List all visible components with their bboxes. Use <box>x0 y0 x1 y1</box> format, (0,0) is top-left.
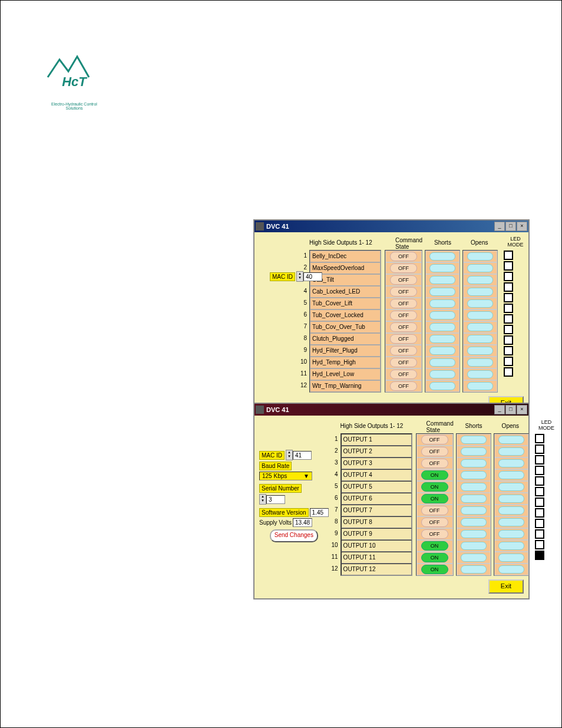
led-mode-indicator[interactable] <box>535 466 544 475</box>
output-name[interactable]: Tub_Cover_Locked <box>310 309 381 321</box>
led-mode-indicator[interactable] <box>535 476 544 486</box>
output-name[interactable]: OUTPUT 8 <box>341 516 412 528</box>
maximize-button[interactable]: □ <box>505 405 516 414</box>
output-name[interactable]: Hyd_Filter_Plugd <box>310 345 381 357</box>
maximize-button[interactable]: □ <box>505 222 516 231</box>
command-state-pill[interactable]: ON <box>421 565 448 574</box>
output-name[interactable]: OUTPUT 5 <box>341 481 412 493</box>
command-state-pill[interactable]: OFF <box>390 287 417 297</box>
output-name[interactable]: OUTPUT 10 <box>341 540 412 552</box>
command-state-pill[interactable]: OFF <box>390 299 417 308</box>
software-version-label: Software Version <box>259 508 309 517</box>
command-state-pill[interactable]: ON <box>421 553 448 562</box>
led-mode-indicator[interactable] <box>504 272 513 281</box>
led-mode-indicator[interactable] <box>535 487 544 496</box>
led-mode-indicator[interactable] <box>535 498 544 507</box>
row-number: 4 <box>329 469 340 480</box>
shorts-indicator <box>461 530 487 538</box>
command-state-pill[interactable]: OFF <box>390 275 417 285</box>
output-name[interactable]: OUTPUT 2 <box>341 446 412 457</box>
command-state-pill[interactable]: OFF <box>421 447 448 456</box>
minimize-button[interactable]: _ <box>494 222 505 231</box>
shorts-indicator <box>429 335 455 343</box>
output-name[interactable]: OUTPUT 6 <box>341 493 412 505</box>
led-mode-indicator[interactable] <box>504 251 513 260</box>
command-state-pill[interactable]: OFF <box>421 506 448 515</box>
command-state-pill[interactable]: OFF <box>390 322 417 332</box>
shorts-indicator <box>461 554 487 562</box>
row-number: 7 <box>329 504 340 516</box>
command-state-pill[interactable]: OFF <box>390 346 417 355</box>
mac-id-value[interactable]: 40 <box>303 272 322 281</box>
output-name[interactable]: OUTPUT 9 <box>341 528 412 540</box>
close-button[interactable]: × <box>517 405 527 414</box>
opens-indicator <box>498 530 524 538</box>
led-mode-indicator[interactable] <box>535 508 544 518</box>
opens-indicator <box>467 252 493 261</box>
command-state-pill[interactable]: OFF <box>421 435 448 444</box>
command-state-pill[interactable]: OFF <box>421 518 448 527</box>
output-name[interactable]: Hyd_Temp_High <box>310 357 381 368</box>
opens-indicator <box>467 358 493 367</box>
led-mode-indicator[interactable] <box>504 335 513 345</box>
led-mode-indicator[interactable] <box>504 325 513 334</box>
exit-button[interactable]: Exit <box>488 579 524 594</box>
serial-number-value[interactable]: 3 <box>266 495 285 504</box>
output-name[interactable]: OUTPUT 11 <box>341 552 412 564</box>
window-2-titlebar[interactable]: DVC 41 _ □ × <box>254 404 528 416</box>
output-name[interactable]: Belly_IncDec <box>310 251 381 262</box>
command-state-pill[interactable]: OFF <box>390 381 417 391</box>
output-name[interactable]: Clutch_Plugged <box>310 333 381 345</box>
led-mode-indicator[interactable] <box>504 261 513 271</box>
command-state-pill[interactable]: OFF <box>390 358 417 367</box>
led-mode-indicator[interactable] <box>535 540 544 549</box>
led-mode-indicator[interactable] <box>504 346 513 355</box>
close-button[interactable]: × <box>517 222 527 231</box>
opens-indicator <box>498 459 524 467</box>
row-number: 11 <box>297 368 309 380</box>
led-mode-indicator[interactable] <box>535 444 544 454</box>
output-name[interactable]: OUTPUT 4 <box>341 469 412 481</box>
led-mode-indicator[interactable] <box>504 314 513 324</box>
led-mode-indicator[interactable] <box>535 551 544 560</box>
command-state-pill[interactable]: ON <box>421 482 448 492</box>
led-mode-indicator[interactable] <box>535 529 544 539</box>
window-1-titlebar[interactable]: DVC 41 _ □ × <box>254 220 528 232</box>
output-name[interactable]: OUTPUT 7 <box>341 505 412 516</box>
command-state-pill[interactable]: OFF <box>421 529 448 539</box>
command-state-pill[interactable]: OFF <box>390 311 417 320</box>
output-name[interactable]: Tub_Cov_Over_Tub <box>310 321 381 333</box>
mac-id-value[interactable]: 41 <box>293 451 312 460</box>
send-changes-button[interactable]: Send Changes <box>270 529 318 542</box>
output-name[interactable]: Tub_Cover_Lift <box>310 298 381 309</box>
command-state-pill[interactable]: ON <box>421 470 448 480</box>
mac-id-stepper[interactable]: ▲▼ <box>286 450 293 460</box>
command-state-pill[interactable]: OFF <box>390 370 417 379</box>
led-mode-indicator[interactable] <box>535 434 544 443</box>
led-mode-indicator[interactable] <box>535 519 544 528</box>
output-name[interactable]: OUTPUT 1 <box>341 434 412 446</box>
led-mode-indicator[interactable] <box>504 357 513 366</box>
command-state-pill[interactable]: OFF <box>390 252 417 261</box>
command-state-pill[interactable]: OFF <box>390 334 417 344</box>
led-mode-indicator[interactable] <box>504 367 513 377</box>
serial-number-stepper[interactable]: ▲▼ <box>259 494 266 505</box>
command-state-pill[interactable]: ON <box>421 494 448 503</box>
output-name[interactable]: OUTPUT 3 <box>341 457 412 469</box>
led-mode-indicator[interactable] <box>504 304 513 313</box>
command-state-pill[interactable]: ON <box>421 541 448 551</box>
shorts-indicator <box>461 459 487 467</box>
led-mode-indicator[interactable] <box>504 282 513 292</box>
command-state-pill[interactable]: OFF <box>421 459 448 468</box>
led-mode-indicator[interactable] <box>535 455 544 465</box>
shorts-indicator <box>429 299 455 308</box>
output-name[interactable]: Cab_Locked_LED <box>310 286 381 298</box>
led-mode-indicator[interactable] <box>504 293 513 302</box>
output-name[interactable]: OUTPUT 12 <box>341 564 412 575</box>
output-name[interactable]: Hyd_Level_Low <box>310 368 381 380</box>
command-state-pill[interactable]: OFF <box>390 263 417 273</box>
minimize-button[interactable]: _ <box>494 405 505 414</box>
baud-rate-select[interactable]: 125 Kbps▼ <box>259 472 312 480</box>
output-name[interactable]: Wtr_Tmp_Warning <box>310 380 381 392</box>
mac-id-stepper[interactable]: ▲▼ <box>296 271 303 282</box>
